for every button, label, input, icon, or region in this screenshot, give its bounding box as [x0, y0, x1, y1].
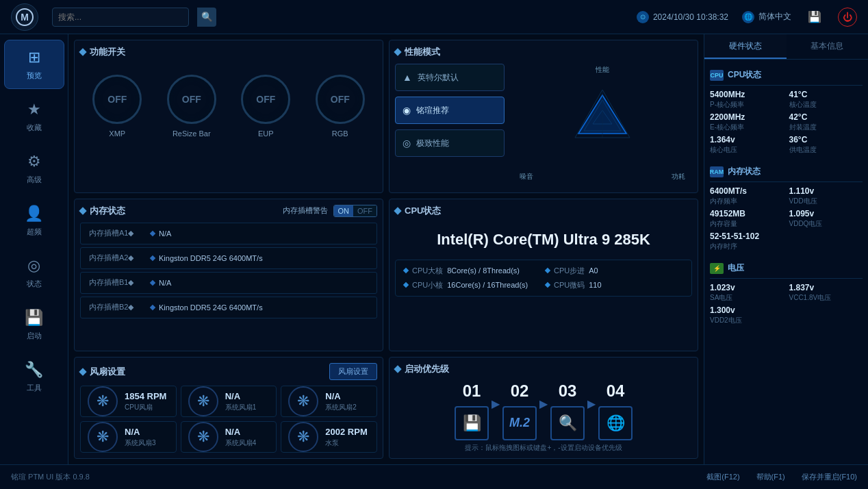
spec-dot-4 [545, 282, 550, 288]
perf-btn-default[interactable]: ▲ 英特尔默认 [395, 64, 505, 91]
switches-grid: OFF XMP OFF ReSize Bar OFF EUP [80, 64, 377, 143]
cpu-specs: CPU大核 8Core(s) / 8Thread(s) CPU步进 A0 CPU… [395, 260, 692, 297]
hw-item-p-freq: 5400MHz P-核心频率 [710, 90, 784, 110]
status-icon: ◎ [27, 257, 40, 275]
cpu-status-panel: CPU状态 Intel(R) Core(TM) Ultra 9 285K CPU… [389, 199, 698, 352]
perf-btn-recommended-label: 铭瑄推荐 [416, 105, 449, 116]
sidebar-item-overclock[interactable]: 👤 超频 [4, 196, 64, 245]
screenshot-shortcut[interactable]: 截图(F12) [706, 472, 739, 482]
diamond-icon-6 [394, 365, 401, 373]
sidebar-label-overclock: 超频 [27, 227, 42, 237]
power-button[interactable]: ⏻ [838, 8, 857, 27]
tools-icon: 🔧 [25, 361, 43, 379]
fan-icon-cpu: ❋ [97, 392, 109, 410]
advanced-icon: ⚙ [27, 153, 41, 171]
switch-circle-xmp[interactable]: OFF [92, 75, 142, 124]
slot-name-a1: 内存插槽A1◆ [89, 228, 151, 238]
favorites-icon: ★ [27, 101, 41, 118]
hw-label-mem-capacity: 内存容量 [710, 219, 784, 229]
hw-item-pkg-temp: 42°C 封装温度 [789, 112, 863, 132]
hw-section-voltage-title: ⚡ 电压 [710, 258, 863, 279]
sidebar-item-tools[interactable]: 🔧 工具 [4, 352, 64, 401]
sidebar-item-boot[interactable]: 💾 启动 [4, 300, 64, 349]
hw-label-p-freq: P-核心频率 [710, 100, 784, 110]
save-button[interactable]: 💾 [805, 8, 824, 27]
fan-rpm-sys4: N/A [225, 427, 257, 437]
fan-info-sys3: N/A 系统风扇3 [125, 427, 156, 448]
boot-hint: 提示：鼠标拖拽图标或键盘+，-设置启动设备优先级 [395, 443, 692, 453]
memory-toggle: 内存插槽警告 ON OFF [283, 205, 378, 217]
fan-rpm-cpu: 1854 RPM [125, 391, 166, 401]
header-right: ⊙ 2024/10/30 10:38:32 🌐 简体中文 💾 ⏻ [637, 8, 857, 27]
spec-value-microcode: 110 [589, 281, 601, 289]
hw-item-mem-timing: 52-51-51-102 内存时序 [710, 231, 863, 251]
spec-label-step: CPU步进 [554, 266, 585, 276]
memory-section-icon: RAM [710, 166, 724, 177]
radar-container: 性能 噪音 功耗 [513, 64, 692, 184]
sidebar-item-advanced[interactable]: ⚙ 高级 [4, 144, 64, 193]
memory-slot-b1: 内存插槽B1◆ N/A [80, 272, 377, 294]
slot-name-b2: 内存插槽B2◆ [89, 302, 151, 312]
fan-icon-sys3: ❋ [97, 428, 109, 446]
search-input[interactable] [58, 12, 161, 22]
slot-value-a2: Kingston DDR5 24G 6400MT/s [159, 254, 263, 262]
diamond-icon [79, 48, 86, 55]
fan-icon-wrap-sys1: ❋ [188, 386, 218, 416]
fan-info-pump: 2002 RPM 水泵 [325, 427, 367, 448]
right-panel: 硬件状态 基本信息 CPU CPU状态 5400MHz P-核心频率 [704, 34, 868, 464]
switch-circle-eup[interactable]: OFF [241, 75, 290, 124]
language-selector[interactable]: 🌐 简体中文 [742, 11, 791, 23]
performance-mode-title: 性能模式 [405, 46, 440, 58]
hw-value-vddq-volt: 1.095v [789, 209, 863, 218]
boot-icon-box-1[interactable]: 💾 [455, 406, 489, 440]
perf-layout: ▲ 英特尔默认 ◉ 铭瑄推荐 ◎ 极致性能 [395, 64, 692, 184]
boot-icon-box-2[interactable]: M.2 [502, 406, 537, 440]
cpu-spec-small-core: CPU小核 16Core(s) / 16Thread(s) [404, 280, 541, 290]
tab-hardware-status[interactable]: 硬件状态 [704, 34, 787, 59]
sidebar-label-advanced: 高级 [27, 175, 42, 185]
fan-item-sys3: ❋ N/A 系统风扇3 [80, 421, 177, 453]
perf-btn-default-label: 英特尔默认 [418, 72, 459, 84]
switch-name-resizebar: ReSize Bar [173, 129, 211, 138]
switch-circle-resizebar[interactable]: OFF [167, 75, 216, 124]
memory-slot-b2: 内存插槽B2◆ Kingston DDR5 24G 6400MT/s [80, 297, 377, 318]
switch-name-rgb: RGB [332, 129, 348, 138]
diamond-icon-2 [394, 48, 401, 55]
app-logo [11, 3, 38, 31]
boot-icon-box-3[interactable]: 🔍 [550, 406, 585, 440]
fan-settings-button[interactable]: 风扇设置 [329, 363, 377, 380]
clock-icon: ⊙ [637, 11, 649, 23]
right-tabs: 硬件状态 基本信息 [704, 34, 868, 60]
fan-info-sys2: N/A 系统风扇2 [325, 391, 357, 412]
hw-item-e-freq: 2200MHz E-核心频率 [710, 112, 784, 132]
search-button[interactable]: 🔍 [197, 8, 216, 27]
boot-item-1: 01 💾 [455, 381, 489, 440]
slot-value-b1: N/A [159, 279, 171, 287]
spec-label-big-core: CPU大核 [412, 266, 443, 276]
perf-btn-extreme[interactable]: ◎ 极致性能 [395, 129, 505, 157]
perf-btn-recommended[interactable]: ◉ 铭瑄推荐 [395, 97, 505, 124]
switch-resizebar: OFF ReSize Bar [167, 75, 216, 138]
hw-section-cpu: CPU CPU状态 5400MHz P-核心频率 41°C 核心温度 2200M… [710, 65, 863, 155]
hw-rows-memory: 6400MT/s 内存频率 1.110v VDD电压 49152MB 内存容量 … [710, 186, 863, 251]
memory-toggle-switch[interactable]: ON OFF [333, 205, 378, 217]
hw-item-mem-freq: 6400MT/s 内存频率 [710, 186, 784, 206]
spec-dot-3 [403, 282, 409, 288]
help-shortcut[interactable]: 帮助(F1) [756, 472, 785, 482]
sidebar-item-status[interactable]: ◎ 状态 [4, 248, 64, 297]
boot-icon-box-4[interactable]: 🌐 [598, 406, 633, 440]
tab-basic-info[interactable]: 基本信息 [787, 34, 869, 59]
sidebar-item-favorites[interactable]: ★ 收藏 [4, 92, 64, 141]
hw-section-memory-title: RAM 内存状态 [710, 162, 863, 182]
switch-name-eup: EUP [258, 129, 274, 138]
switch-xmp: OFF XMP [92, 75, 142, 138]
switch-circle-rgb[interactable]: OFF [316, 75, 365, 124]
sidebar-item-preview[interactable]: ⊞ 预览 [4, 40, 64, 89]
diamond-icon-3 [79, 207, 86, 214]
body-layout: ⊞ 预览 ★ 收藏 ⚙ 高级 👤 超频 ◎ 状态 💾 启动 🔧 工具 [0, 34, 868, 464]
hw-value-mem-timing: 52-51-51-102 [710, 231, 863, 241]
save-restart-shortcut[interactable]: 保存并重启(F10) [802, 472, 857, 482]
hw-section-voltage: ⚡ 电压 1.023v SA电压 1.837v VCC1.8V电压 1.300v… [710, 258, 863, 325]
hw-item-vcc18-volt: 1.837v VCC1.8V电压 [789, 283, 863, 303]
fan-info-sys4: N/A 系统风扇4 [225, 427, 257, 448]
